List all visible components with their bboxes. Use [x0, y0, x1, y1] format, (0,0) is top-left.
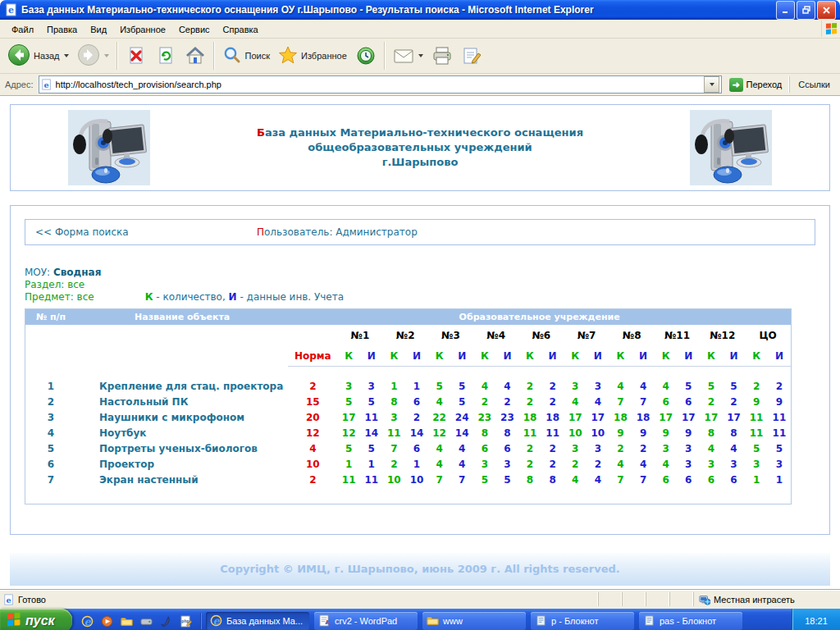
- refresh-button[interactable]: [151, 43, 180, 68]
- school-header: №6: [518, 325, 564, 346]
- forward-button[interactable]: [73, 42, 113, 70]
- k-value: 5: [337, 441, 360, 456]
- k-value: 3: [655, 441, 678, 456]
- i-value: 6: [405, 441, 428, 456]
- k-value: 23: [473, 409, 496, 425]
- k-value: 2: [700, 394, 723, 409]
- quick-launch-ie-icon[interactable]: e: [79, 613, 95, 629]
- i-value: 18: [632, 409, 655, 425]
- k-header: К: [609, 346, 632, 367]
- print-button[interactable]: [427, 44, 457, 67]
- k-value: 3: [473, 456, 496, 472]
- k-value: 8: [473, 425, 496, 441]
- edit-button[interactable]: [457, 44, 486, 67]
- zone-text: Местная интрасеть: [714, 595, 795, 605]
- k-value: 2: [745, 378, 768, 394]
- quick-launch-app-dark-icon[interactable]: [158, 613, 174, 629]
- quick-launch-php-editor-icon[interactable]: php: [177, 613, 194, 629]
- col-header-name: Название объекта: [76, 309, 288, 325]
- legend-mid: - количество,: [153, 291, 228, 303]
- object-name: Проектор: [76, 456, 288, 472]
- object-name: Экран настенный: [76, 472, 288, 487]
- taskbar-button[interactable]: p - Блокнот: [531, 612, 634, 630]
- taskbar-button[interactable]: pas - Блокнот: [639, 612, 742, 630]
- quick-launch-bar: ephp: [72, 613, 201, 629]
- k-value: 6: [700, 472, 723, 487]
- search-form-link[interactable]: << Форма поиска: [35, 226, 129, 238]
- row-number: 4: [25, 425, 76, 441]
- home-button[interactable]: [180, 43, 210, 68]
- results-table-container: № п/пНазвание объектаОбразовательное учр…: [25, 308, 792, 504]
- menu-item-сервис[interactable]: Сервис: [172, 22, 217, 37]
- menu-item-справка[interactable]: Справка: [217, 22, 265, 37]
- address-dropdown-button[interactable]: [704, 76, 719, 93]
- address-input[interactable]: e http://localhost/tech_provision/search…: [39, 75, 722, 94]
- mail-button[interactable]: [389, 45, 427, 66]
- history-button[interactable]: [351, 43, 381, 68]
- norma-value: 10: [288, 456, 337, 472]
- i-value: 10: [405, 472, 428, 487]
- back-button[interactable]: Назад: [3, 42, 73, 70]
- i-header: И: [723, 346, 746, 367]
- k-value: 2: [518, 456, 541, 472]
- k-value: 7: [609, 394, 632, 409]
- close-button[interactable]: [817, 1, 836, 20]
- predmet-label: Предмет: все: [25, 291, 94, 303]
- i-value: 4: [632, 456, 655, 472]
- taskbar-button[interactable]: eБаза данных Ма...: [206, 612, 309, 630]
- back-dropdown-icon[interactable]: [64, 54, 69, 57]
- k-value: 7: [609, 472, 632, 487]
- k-value: 4: [655, 456, 678, 472]
- taskbar-button[interactable]: Acrv2 - WordPad: [314, 612, 418, 630]
- i-value: 10: [587, 425, 609, 441]
- school-header-row: №1№2№3№4№6№7№8№11№12ЦО: [25, 325, 791, 346]
- back-label: Назад: [34, 51, 60, 61]
- windows-flag-icon: [7, 612, 21, 630]
- go-button[interactable]: ➜ Переход: [725, 77, 787, 93]
- system-tray: 18:21: [792, 609, 840, 630]
- folder-icon: [427, 614, 440, 628]
- links-toolbar[interactable]: Ссылки: [789, 76, 837, 93]
- i-value: 2: [405, 409, 428, 425]
- school-header: №8: [609, 325, 655, 346]
- status-text: Готово: [18, 595, 46, 605]
- svg-text:e: e: [7, 595, 11, 604]
- quick-launch-devices-icon[interactable]: [138, 613, 154, 629]
- i-value: 2: [541, 394, 564, 409]
- row-number: 5: [25, 441, 76, 456]
- i-value: 5: [450, 378, 473, 394]
- quick-launch-folder-icon[interactable]: [118, 613, 135, 629]
- favorites-button[interactable]: Избранное: [274, 43, 351, 68]
- k-value: 12: [428, 425, 451, 441]
- i-value: 2: [541, 441, 564, 456]
- school-header: №11: [655, 325, 700, 346]
- menu-item-правка[interactable]: Правка: [40, 22, 84, 37]
- refresh-icon: [155, 45, 176, 66]
- i-value: 6: [723, 472, 746, 487]
- i-value: 2: [587, 456, 609, 472]
- quick-launch-player-icon[interactable]: [98, 613, 115, 629]
- start-button[interactable]: пуск: [0, 609, 72, 630]
- k-value: 9: [655, 425, 678, 441]
- i-value: 4: [723, 441, 746, 456]
- taskbar-button[interactable]: www: [422, 612, 526, 630]
- toolbar-separator: [384, 42, 386, 70]
- search-button[interactable]: Поиск: [218, 43, 274, 68]
- title-first-letter: Б: [257, 126, 265, 139]
- restore-button[interactable]: [797, 1, 815, 20]
- menu-item-файл[interactable]: Файл: [5, 22, 40, 37]
- k-value: 2: [473, 394, 496, 409]
- history-icon: [355, 45, 377, 66]
- k-value: 6: [655, 394, 678, 409]
- k-value: 2: [518, 394, 541, 409]
- stop-button[interactable]: [121, 43, 151, 68]
- k-value: 4: [700, 441, 723, 456]
- menu-item-избранное[interactable]: Избранное: [113, 22, 172, 37]
- i-value: 7: [632, 472, 655, 487]
- address-url[interactable]: http://localhost/tech_provision/search.p…: [56, 80, 704, 89]
- minimize-button[interactable]: [776, 1, 795, 20]
- toolbar-separator: [213, 42, 215, 70]
- mail-dropdown-icon[interactable]: [418, 54, 423, 57]
- menu-item-вид[interactable]: Вид: [84, 22, 113, 37]
- i-value: 7: [632, 394, 655, 409]
